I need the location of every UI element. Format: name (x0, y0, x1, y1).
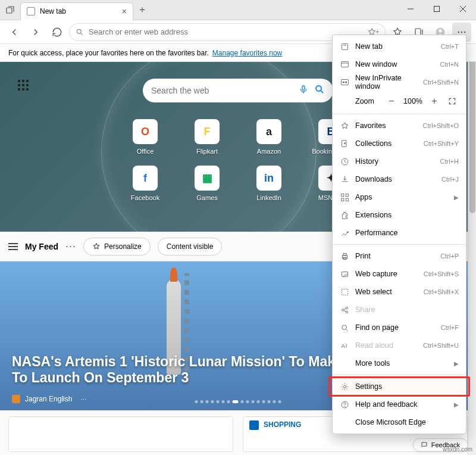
apps-launcher-icon[interactable] (18, 80, 32, 94)
menu-item-settings[interactable]: Settings (333, 378, 466, 395)
zoom-in-button[interactable]: + (428, 95, 441, 108)
svg-rect-15 (302, 86, 305, 90)
svg-rect-36 (343, 253, 346, 255)
tile-flipkart[interactable]: FFlipkart (183, 119, 231, 155)
capture-icon (340, 269, 349, 279)
browser-tab[interactable]: New tab × (20, 2, 133, 20)
refresh-button[interactable] (48, 23, 67, 42)
web-search-input[interactable] (151, 86, 293, 95)
tile-office[interactable]: OOffice (121, 119, 169, 155)
forward-button[interactable] (26, 23, 45, 42)
feed-menu-icon[interactable] (8, 243, 18, 250)
menu-item-help-and-feedback[interactable]: Help and feedback▶ (333, 395, 466, 413)
search-icon (76, 28, 84, 36)
chevron-right-icon: ▶ (454, 360, 459, 367)
svg-point-45 (342, 325, 346, 329)
feedback-icon (421, 441, 428, 448)
source-icon (12, 395, 20, 403)
search-submit-icon[interactable] (314, 84, 325, 97)
menu-shortcut: Ctrl+Shift+N (423, 79, 459, 86)
menu-item-label: Web capture (355, 270, 418, 278)
new-tab-button[interactable]: ＋ (133, 1, 151, 19)
menu-item-label: New InPrivate window (355, 74, 417, 91)
menu-shortcut: Ctrl+F (441, 324, 459, 331)
svg-line-43 (343, 308, 345, 310)
svg-rect-25 (345, 81, 347, 83)
vertical-scrollbar[interactable] (468, 44, 476, 455)
tile-label: Office (137, 148, 154, 155)
menu-item-label: Print (355, 252, 434, 260)
tile-label: Flipkart (196, 148, 218, 155)
svg-point-13 (461, 31, 462, 32)
menu-item-web-select[interactable]: Web selectCtrl+Shift+X (333, 283, 466, 301)
tile-amazon[interactable]: aAmazon (245, 119, 293, 155)
personalize-chip[interactable]: Personalize (83, 238, 151, 255)
svg-point-48 (343, 385, 346, 388)
menu-shortcut: Ctrl+J (441, 176, 459, 183)
minimize-button[interactable] (397, 0, 424, 18)
menu-item-new-tab[interactable]: New tabCtrl+T (333, 38, 466, 55)
tile-linkedin[interactable]: inLinkedIn (245, 166, 293, 202)
web-search-box[interactable] (143, 79, 333, 102)
address-input[interactable] (89, 27, 362, 36)
svg-rect-32 (341, 198, 343, 201)
menu-item-collections[interactable]: CollectionsCtrl+Shift+Y (333, 135, 466, 152)
svg-point-50 (344, 406, 345, 407)
menu-item-close-microsoft-edge[interactable]: Close Microsoft Edge (333, 413, 466, 431)
menu-item-new-inprivate-window[interactable]: New InPrivate windowCtrl+Shift+N (333, 73, 466, 91)
back-button[interactable] (5, 23, 24, 42)
svg-line-46 (346, 329, 348, 331)
menu-zoom-row: Zoom−100%+ (333, 91, 466, 111)
star-icon (340, 121, 349, 130)
menu-item-web-capture[interactable]: Web captureCtrl+Shift+S (333, 265, 466, 283)
window-titlebar: New tab × ＋ (0, 0, 476, 20)
close-tab-icon[interactable]: × (122, 7, 127, 16)
close-window-button[interactable] (450, 0, 476, 18)
menu-item-history[interactable]: HistoryCtrl+H (333, 152, 466, 170)
tile-facebook[interactable]: fFacebook (121, 166, 169, 202)
svg-rect-26 (342, 140, 346, 147)
fullscreen-button[interactable] (446, 95, 459, 108)
tile-games[interactable]: ▦Games (183, 166, 231, 202)
svg-rect-2 (434, 7, 440, 12)
menu-shortcut: Ctrl+Shift+Y (424, 140, 459, 147)
mic-icon[interactable] (299, 85, 308, 96)
menu-item-favorites[interactable]: FavoritesCtrl+Shift+O (333, 117, 466, 135)
article-source: Jagran English ··· (12, 395, 86, 403)
blank-icon (340, 417, 349, 427)
menu-item-find-on-page[interactable]: Find on pageCtrl+F (333, 319, 466, 336)
scrollbar-thumb[interactable] (469, 46, 475, 213)
menu-item-extensions[interactable]: Extensions (333, 206, 466, 224)
menu-shortcut: Ctrl+Shift+U (423, 342, 459, 349)
maximize-button[interactable] (424, 0, 450, 18)
settings-icon (340, 382, 349, 391)
svg-point-12 (458, 31, 459, 32)
tab-title: New tab (40, 7, 66, 15)
svg-point-34 (347, 231, 349, 233)
zoom-out-button[interactable]: − (385, 95, 398, 108)
promo-card[interactable] (8, 416, 233, 452)
menu-item-label: Extensions (355, 211, 459, 219)
menu-item-print[interactable]: PrintCtrl+P (333, 247, 466, 265)
menu-item-performance[interactable]: Performance (333, 224, 466, 242)
tab-actions-icon[interactable] (0, 5, 20, 15)
menu-shortcut: Ctrl+N (440, 61, 459, 68)
menu-item-more-tools[interactable]: More tools▶ (333, 354, 466, 372)
menu-item-new-window[interactable]: New windowCtrl+N (333, 55, 466, 73)
menu-shortcut: Ctrl+Shift+O (422, 122, 459, 129)
menu-item-label: Read aloud (355, 341, 417, 350)
manage-favorites-link[interactable]: Manage favorites now (212, 49, 282, 57)
select-icon (340, 287, 349, 297)
menu-item-label: History (355, 157, 434, 166)
menu-item-label: Close Microsoft Edge (355, 418, 459, 426)
carousel-dots[interactable] (195, 400, 281, 403)
svg-rect-21 (341, 61, 348, 67)
svg-line-6 (80, 33, 82, 35)
apps-icon (340, 192, 349, 202)
menu-item-apps[interactable]: Apps▶ (333, 188, 466, 206)
feed-more-icon[interactable]: ··· (65, 240, 76, 253)
menu-shortcut: Ctrl+T (441, 43, 459, 50)
menu-item-label: Share (355, 306, 459, 314)
menu-item-share: Share (333, 301, 466, 319)
menu-item-downloads[interactable]: DownloadsCtrl+J (333, 170, 466, 188)
